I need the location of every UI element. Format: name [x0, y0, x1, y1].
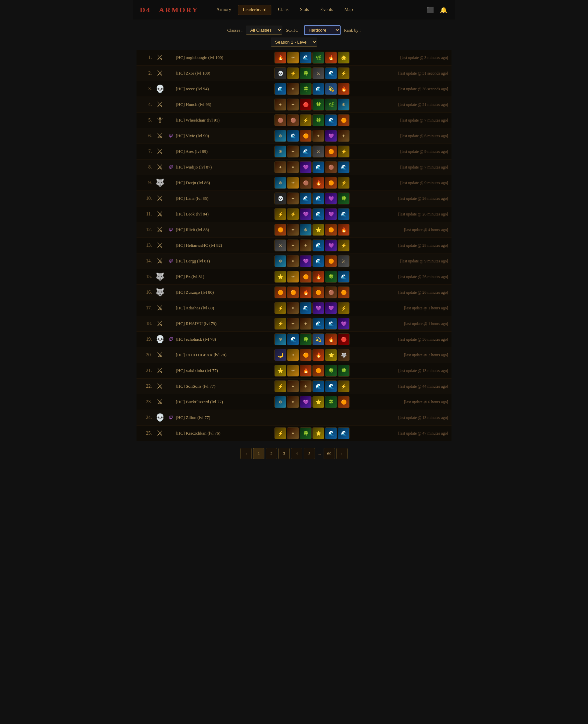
skill-icon[interactable]: 🔥 [325, 51, 337, 64]
player-name[interactable]: [HC] Illicit (lvl 83) [176, 227, 243, 232]
skill-icon[interactable]: ✦ [287, 302, 299, 314]
skill-icon[interactable]: 💀 [274, 67, 286, 79]
skill-icon[interactable]: 🔥 [312, 271, 324, 283]
table-row[interactable]: 7.⚔[HC] Ares (lvl 89)❄✦🌊⚔🟠⚡[last update … [136, 144, 451, 160]
skill-icon[interactable]: ⚡ [338, 177, 350, 189]
skill-icon[interactable]: 🌊 [287, 333, 299, 345]
table-row[interactable]: 18.⚔[HC] RHAIYU (lvl 79)⚡✦✦🌊🌊💜[last upda… [136, 316, 451, 332]
player-name[interactable]: [HC] JAHITHBEAR (lvl 78) [176, 352, 243, 358]
next-page-btn[interactable]: › [336, 448, 348, 459]
table-row[interactable]: 5.🗡[HC] Wheelchair (lvl 91)🟤🟤⚡🍀🌊🟠[last u… [136, 112, 451, 128]
skill-icon[interactable]: 🔥 [300, 365, 312, 377]
skill-icon[interactable]: 💫 [312, 333, 324, 345]
table-row[interactable]: 16.🐺[HC] Zurzaço (lvl 80)🟠🟠🔥🟠🟤🟠[last upd… [136, 285, 451, 301]
skill-icon[interactable]: ✦ [287, 161, 299, 173]
skill-icon[interactable]: 🌊 [325, 380, 337, 392]
player-name[interactable]: [HC] Hunch (lvl 93) [176, 102, 243, 107]
skill-icon[interactable]: 💜 [300, 161, 312, 173]
table-row[interactable]: 12.⚔[HC] Illicit (lvl 83)🟠✦❄⭐🟠🔥[last upd… [136, 222, 451, 238]
skill-icon[interactable]: ✦ [274, 161, 286, 173]
skill-icon[interactable]: ⚡ [338, 146, 350, 158]
skill-icon[interactable]: ❄ [274, 396, 286, 408]
skill-icon[interactable]: 🟠 [274, 286, 286, 298]
skill-icon[interactable]: ☀ [287, 177, 299, 189]
skill-icon[interactable]: 🟠 [287, 286, 299, 298]
user-icon[interactable]: 🔔 [439, 5, 448, 15]
skill-icon[interactable]: 💜 [300, 208, 312, 220]
table-row[interactable]: 24.💀[HC] Zilion (lvl 77)[last update @ 1… [136, 410, 451, 426]
table-row[interactable]: 23.⚔[HC] BuckFlizzard (lvl 77)❄✦💜⭐🍀🟠[las… [136, 394, 451, 410]
player-name[interactable]: [HC] Zilion (lvl 77) [176, 415, 243, 420]
player-name[interactable]: [HC] Kraczchkan (lvl 76) [176, 431, 243, 436]
page-1-btn[interactable]: 1 [253, 448, 265, 459]
skill-icon[interactable]: ⚡ [300, 114, 312, 126]
nav-armory[interactable]: Armory [212, 5, 236, 15]
skill-icon[interactable]: ⚡ [274, 302, 286, 314]
skill-icon[interactable]: ❄ [338, 99, 350, 110]
skill-icon[interactable]: 🌊 [300, 146, 312, 158]
skill-icon[interactable]: ✦ [287, 255, 299, 267]
table-row[interactable]: 2.⚔[HC] Zxor (lvl 100)💀⚡🍀⚔🌊⚡[last update… [136, 66, 451, 81]
player-name[interactable]: [HC] Leok (lvl 84) [176, 211, 243, 217]
player-name[interactable]: [HC] wudijo (lvl 87) [176, 165, 243, 170]
skill-icon[interactable]: 🌊 [312, 380, 324, 392]
skill-icon[interactable]: 🟠 [338, 396, 350, 408]
skill-icon[interactable]: 🟠 [312, 365, 324, 377]
skill-icon[interactable]: ⚔ [312, 67, 324, 79]
skill-icon[interactable]: ✦ [287, 380, 299, 392]
skill-icon[interactable]: 🌿 [325, 99, 337, 110]
table-row[interactable]: 4.⚔[HC] Hunch (lvl 93)✦✦🔴🍀🌿❄[last update… [136, 97, 451, 112]
skill-icon[interactable]: 🟤 [325, 161, 337, 173]
table-row[interactable]: 9.🐺[HC] Dzejn (lvl 86)❄☀🟤🔥🟠⚡[last update… [136, 175, 451, 191]
skill-icon[interactable]: ✦ [287, 146, 299, 158]
skill-icon[interactable]: ⚡ [274, 427, 286, 439]
skill-icon[interactable]: 🍀 [300, 333, 312, 345]
player-name[interactable]: [HC] Lergg (lvl 81) [176, 258, 243, 264]
skill-icon[interactable]: ✦ [287, 192, 299, 205]
table-row[interactable]: 13.⚔[HC] HelianwsHC (lvl 82)⚔✦✦🌊💜⚡[last … [136, 238, 451, 253]
skill-icon[interactable]: 🌊 [325, 114, 337, 126]
skill-icon[interactable]: 🌙 [274, 349, 286, 361]
skill-icon[interactable]: 🍀 [325, 271, 337, 283]
player-name[interactable]: [HC] Lana (lvl 85) [176, 196, 243, 201]
skill-icon[interactable]: 🌊 [325, 318, 337, 330]
skill-icon[interactable]: ⭐ [274, 365, 286, 377]
skill-icon[interactable]: 🔥 [312, 349, 324, 361]
skill-icon[interactable]: 🟠 [325, 177, 337, 189]
skill-icon[interactable]: ✦ [312, 130, 324, 142]
skill-icon[interactable]: ❄ [274, 146, 286, 158]
skill-icon[interactable]: ✦ [287, 396, 299, 408]
nav-stats[interactable]: Stats [295, 5, 314, 15]
skill-icon[interactable]: ⚡ [338, 240, 350, 251]
table-row[interactable]: 6.⚔[HC] Vixie (lvl 90)❄🌊🟠✦💜✦[last update… [136, 128, 451, 144]
skill-icon[interactable]: 🟤 [300, 177, 312, 189]
page-4-btn[interactable]: 4 [291, 448, 302, 459]
skill-icon[interactable]: 💜 [300, 396, 312, 408]
skill-icon[interactable]: 🔥 [300, 286, 312, 298]
skill-icon[interactable]: 🌊 [338, 271, 350, 283]
skill-icon[interactable]: ☀ [287, 271, 299, 283]
last-page-btn[interactable]: 60 [323, 448, 335, 459]
player-name[interactable]: [HC] Zurzaço (lvl 80) [176, 290, 243, 295]
page-2-btn[interactable]: 2 [266, 448, 277, 459]
player-name[interactable]: [HC] reeee (lvl 94) [176, 86, 243, 91]
classes-select[interactable]: All Classes [246, 26, 282, 35]
discord-icon[interactable]: ⬛ [425, 5, 435, 15]
skill-icon[interactable]: ❄ [274, 177, 286, 189]
table-row[interactable]: 21.⚔[HC] xalxixinha (lvl 77)⭐☀🔥🟠🍀🍀[last … [136, 363, 451, 379]
skill-icon[interactable]: 💜 [325, 192, 337, 205]
skill-icon[interactable]: 💜 [325, 208, 337, 220]
skill-icon[interactable]: ⚡ [287, 208, 299, 220]
table-row[interactable]: 20.⚔[HC] JAHITHBEAR (lvl 78)🌙☀🟠🔥⭐🐺[last … [136, 347, 451, 363]
skill-icon[interactable]: ⚡ [338, 380, 350, 392]
skill-icon[interactable]: 🍀 [300, 67, 312, 79]
season-select[interactable]: Season 1 - Level [271, 38, 317, 47]
skill-icon[interactable]: ⚡ [274, 318, 286, 330]
player-name[interactable]: [HC] echohack (lvl 78) [176, 337, 243, 342]
skill-icon[interactable]: ⭐ [274, 271, 286, 283]
skill-icon[interactable]: 🟠 [325, 224, 337, 236]
player-name[interactable]: [HC] Wheelchair (lvl 91) [176, 118, 243, 123]
skill-icon[interactable]: 🌊 [300, 192, 312, 205]
player-name[interactable]: [HC] HelianwsHC (lvl 82) [176, 243, 243, 248]
skill-icon[interactable]: ✦ [287, 427, 299, 439]
